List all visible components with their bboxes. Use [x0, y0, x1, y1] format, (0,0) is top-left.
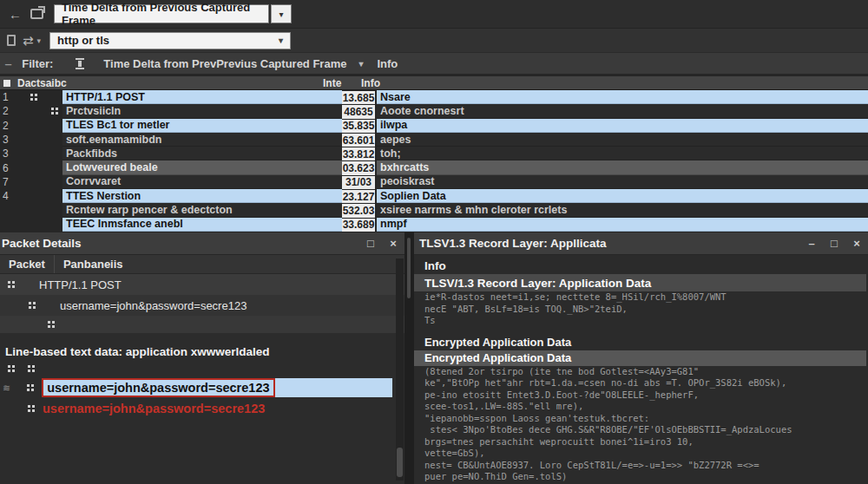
row-info: toh; — [377, 147, 868, 160]
row-description: TEEC Inmsfance anebl — [62, 218, 342, 232]
details-scrollbar[interactable] — [396, 258, 404, 481]
tls-record-header[interactable]: TLSV/1.3 Record Layer: Application Data — [414, 274, 866, 291]
expand-grid-icon[interactable] — [30, 93, 39, 101]
tree-row-http[interactable]: HTTP/1.1 POST — [0, 274, 404, 295]
tls-title: TLSV1.3 Record Layer: Appllicata — [419, 237, 607, 250]
tls-hex-line: vette=GbS), — [424, 448, 868, 460]
export-icon[interactable] — [30, 9, 43, 19]
panel-divider[interactable] — [404, 232, 414, 484]
close-icon[interactable]: × — [382, 237, 404, 250]
line-based-data-label: Line-based text data: application xwwwer… — [5, 345, 404, 358]
chevron-down-icon[interactable]: ▾ — [279, 36, 283, 45]
packet-row[interactable]: 4 TTES Nerstion 23.127 Soplien Data — [0, 189, 868, 203]
header-description[interactable]: Dactsaibc — [17, 77, 323, 89]
row-time: 31/03 — [342, 175, 375, 189]
row-info: ilwpa — [377, 119, 868, 133]
packet-row[interactable]: 7 Corrvvaret 31/03 peoiskrast — [0, 175, 868, 189]
tls-hex-line: stes< 3Npo'BtoBes dece GHG.S&R"R8OBE/"EF… — [424, 424, 868, 436]
bookmark-icon[interactable]: ⇄ — [23, 34, 34, 47]
expand-grid-icon[interactable] — [26, 383, 36, 392]
details-title: Packet Details — [2, 237, 82, 250]
display-filter-input[interactable]: http or tls ▾ — [49, 32, 291, 49]
row-description: HTTP/1.1 POST — [62, 90, 342, 104]
selected-credential-row[interactable]: ≋ username=john&password=secre123 — [0, 377, 404, 398]
chevron-down-icon: ▾ — [279, 10, 283, 19]
red-annotation-box: username=john&password=secre123 — [42, 378, 274, 397]
packet-row[interactable]: TEEC Inmsfance anebl 33.689 nmpf — [0, 218, 868, 232]
encrypted-data-selected[interactable]: Encrypted Application Data — [414, 350, 866, 366]
packet-row[interactable]: 3 soft.eenamamibdn 63.601 aepes — [0, 133, 868, 147]
square-icon — [3, 80, 10, 87]
display-filter-value: http or tls — [57, 34, 109, 47]
packet-row[interactable]: 2 TLES Bc1 tor metler 35.835 ilwpa — [0, 119, 868, 133]
chevron-down-icon[interactable]: ▾ — [37, 36, 42, 45]
row-info: peoiskrast — [377, 175, 868, 189]
encrypted-data-label: Encrypted Application Data — [424, 336, 868, 350]
expand-grid-icon[interactable] — [7, 280, 16, 289]
packet-row[interactable]: 3 Packfibds 33.812 toh; — [0, 147, 868, 160]
back-arrow-icon[interactable]: ← — [9, 8, 22, 21]
row-description: Lotwveured beale — [62, 160, 342, 174]
tree-row-label: HTTP/1.1 POST — [39, 278, 122, 291]
maximize-icon[interactable]: □ — [359, 237, 382, 250]
expand-grid-icon[interactable] — [47, 320, 56, 329]
filter-info-label: Info — [377, 57, 398, 70]
maximize-icon[interactable]: □ — [823, 237, 845, 250]
tls-hex-line: ke","BtOPp het"ahr rbt=1.da.=csen no-di … — [424, 377, 868, 389]
packet-row[interactable]: 6 Lotwveured beale 03.623 bxhrcatts — [0, 160, 868, 174]
file-icon[interactable] — [7, 35, 16, 46]
filter-column-value[interactable]: Time Delta from PrevPrevius Captured Fra… — [103, 57, 346, 70]
row-time: 23.127 — [342, 189, 375, 203]
tls-hex-line: ie*R-dastos neet=i1,se; necttete 8=_HSil… — [424, 291, 868, 304]
column-dropdown[interactable]: Time Delta from Previous Captured Frame — [54, 4, 269, 23]
close-icon[interactable]: × — [845, 237, 868, 250]
expand-grid-icon[interactable] — [27, 404, 36, 413]
tree-row-empty[interactable] — [0, 316, 404, 333]
minimize-icon[interactable]: – — [800, 237, 823, 250]
row-number — [0, 203, 23, 217]
filter-bobbin-icon[interactable] — [76, 58, 84, 69]
row-time: 13.685 — [342, 90, 375, 104]
header-info[interactable]: Info — [361, 77, 868, 89]
chevron-down-icon[interactable]: ▾ — [358, 59, 363, 69]
toolbar-filter: ⇄ ▾ http or tls ▾ — [0, 28, 868, 52]
packet-list: Dactsaibc Inte Info 1 HTTP/1.1 POST 13.6… — [0, 76, 868, 232]
row-description: soft.eenamamibdn — [62, 133, 342, 147]
row-info: aepes — [377, 133, 868, 147]
row-time: 48635 — [342, 104, 375, 118]
selection-highlight: username=john&password=secre123 — [42, 378, 392, 397]
row-number: 2 — [0, 104, 23, 118]
red-credential-text: username=john&password=secre123 — [43, 402, 265, 415]
column-dropdown-button[interactable]: ▾ — [271, 4, 292, 23]
scrollbar-thumb[interactable] — [397, 448, 403, 477]
tree-row-label: username=john&password=secre123 — [60, 299, 247, 312]
tab-packet[interactable]: Packet — [0, 255, 54, 273]
wireshark-window: ← Time Delta from Previous Captured Fram… — [0, 0, 868, 484]
details-tabs: Packet Panbaneiis — [0, 255, 404, 274]
tls-title-bar[interactable]: TLSV1.3 Record Layer: Appllicata – □ × — [414, 232, 868, 255]
packet-list-header[interactable]: Dactsaibc Inte Info — [0, 76, 868, 90]
tab-parameters[interactable]: Panbaneiis — [55, 255, 132, 273]
packet-details-panel: Packet Details □ × Packet Panbaneiis HTT… — [0, 232, 404, 484]
row-description: Corrvvaret — [62, 175, 342, 189]
collapse-dash-icon[interactable]: ‒ — [5, 57, 11, 70]
expand-grid-icon[interactable] — [50, 107, 60, 115]
expand-grid-icon[interactable] — [27, 364, 36, 373]
toolbar-primary: ← Time Delta from Previous Captured Fram… — [0, 0, 868, 28]
packet-row[interactable]: Rcntew rarp pencer & edectcton 532.03 xs… — [0, 203, 868, 217]
row-time: 63.601 — [342, 133, 375, 147]
row-number: 4 — [0, 189, 23, 203]
header-time[interactable]: Inte — [323, 77, 356, 89]
expand-grid-icon[interactable] — [7, 364, 16, 373]
details-title-bar[interactable]: Packet Details □ × — [0, 232, 404, 255]
packet-row[interactable]: 1 HTTP/1.1 POST 13.685 Nsare — [0, 90, 868, 104]
red-credential-row[interactable]: username=john&password=secre123 — [0, 398, 404, 419]
packet-row[interactable]: 2 Prctvsiicln 48635 Aoote cnornesrt — [0, 104, 868, 118]
row-time: 03.623 — [342, 160, 375, 174]
tree-row-credentials[interactable]: username=john&password=secre123 — [0, 295, 404, 316]
tls-hex-line: nest= CB&UntAOE8937. Loro CepStT81L/=e=>… — [424, 460, 868, 472]
row-number: 3 — [0, 133, 23, 147]
expand-grid-icon[interactable] — [28, 301, 37, 310]
row-number: 6 — [0, 160, 23, 174]
tls-hex-line: pe-ino etositt Entet3.D.Eoot-?de"O8LEELE… — [424, 389, 868, 402]
